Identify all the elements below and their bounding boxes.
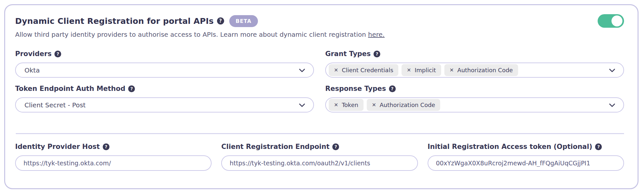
tag-label: Authorization Code [457,67,513,73]
client-registration-endpoint-field: Client Registration Endpoint ? [221,143,418,171]
providers-selected-value: Okta [24,66,298,74]
initial-registration-access-token-input[interactable] [428,155,624,171]
token-endpoint-auth-method-select[interactable]: Client Secret - Post [15,97,314,112]
help-icon[interactable]: ? [103,143,109,150]
grant-types-field: Grant Types ? ✕Client Credentials✕Implic… [325,50,624,78]
page-title: Dynamic Client Registration for portal A… [15,16,214,26]
beta-badge: BETA [229,15,258,27]
grant-types-label: Grant Types ? [325,50,624,58]
dynamic-client-registration-card: Dynamic Client Registration for portal A… [4,4,639,189]
remove-tag-icon[interactable]: ✕ [372,102,376,108]
providers-label: Providers ? [15,50,314,58]
tag-label: Token [342,102,358,108]
card-subtitle: Allow third party identity providers to … [15,31,624,38]
response-types-multiselect[interactable]: ✕Token✕Authorization Code [325,97,624,112]
form-grid-bottom: Identity Provider Host ? Client Registra… [15,143,624,171]
token-endpoint-auth-method-field: Token Endpoint Auth Method ? Client Secr… [15,85,314,112]
client-registration-endpoint-label-text: Client Registration Endpoint [221,143,329,151]
identity-provider-host-input[interactable] [15,155,212,171]
tag-label: Authorization Code [380,102,435,108]
initial-registration-access-token-label-text: Initial Registration Access token (Optio… [428,143,592,151]
chevron-down-icon[interactable] [298,101,306,109]
chevron-down-icon[interactable] [608,66,616,74]
identity-provider-host-field: Identity Provider Host ? [15,143,212,171]
help-icon[interactable]: ? [217,17,224,24]
tag-label: Implicit [415,67,436,73]
client-registration-endpoint-input[interactable] [221,155,418,171]
response-types-label: Response Types ? [325,85,624,93]
form-grid-top: Providers ? Okta Grant Types ? ✕Client C… [15,50,624,112]
providers-select[interactable]: Okta [15,63,314,78]
section-divider [16,133,624,134]
initial-registration-access-token-label: Initial Registration Access token (Optio… [428,143,624,151]
token-endpoint-auth-method-selected-value: Client Secret - Post [24,101,298,109]
learn-more-link[interactable]: here. [368,31,384,38]
remove-tag-icon[interactable]: ✕ [450,67,454,73]
identity-provider-host-label-text: Identity Provider Host [15,143,100,151]
selected-option-tag: ✕Implicit [402,64,441,76]
help-icon[interactable]: ? [128,85,135,92]
client-registration-endpoint-label: Client Registration Endpoint ? [221,143,418,151]
remove-tag-icon[interactable]: ✕ [407,67,411,73]
subtitle-text: Allow third party identity providers to … [15,31,368,38]
selected-option-tag: ✕Authorization Code [367,99,440,111]
response-types-field: Response Types ? ✕Token✕Authorization Co… [325,85,624,112]
remove-tag-icon[interactable]: ✕ [334,67,338,73]
help-icon[interactable]: ? [54,51,61,57]
token-endpoint-auth-method-label: Token Endpoint Auth Method ? [15,85,314,93]
help-icon[interactable]: ? [332,143,339,150]
grant-types-tags: ✕Client Credentials✕Implicit✕Authorizati… [329,64,518,76]
grant-types-label-text: Grant Types [325,50,371,58]
selected-option-tag: ✕Authorization Code [444,64,518,76]
initial-registration-access-token-field: Initial Registration Access token (Optio… [428,143,624,171]
selected-option-tag: ✕Token [329,99,364,111]
chevron-down-icon[interactable] [298,66,306,74]
grant-types-multiselect[interactable]: ✕Client Credentials✕Implicit✕Authorizati… [325,63,624,78]
remove-tag-icon[interactable]: ✕ [334,102,338,108]
card-header: Dynamic Client Registration for portal A… [15,14,624,28]
help-icon[interactable]: ? [374,51,380,57]
enable-toggle[interactable] [598,14,624,28]
chevron-down-icon[interactable] [608,101,616,109]
response-types-label-text: Response Types [325,85,386,93]
help-icon[interactable]: ? [595,143,602,150]
toggle-knob-icon [611,15,622,26]
providers-field: Providers ? Okta [15,50,314,78]
identity-provider-host-label: Identity Provider Host ? [15,143,212,151]
response-types-tags: ✕Token✕Authorization Code [329,99,440,111]
tag-label: Client Credentials [342,67,393,73]
help-icon[interactable]: ? [389,85,396,92]
providers-label-text: Providers [15,50,52,58]
token-endpoint-auth-method-label-text: Token Endpoint Auth Method [15,85,125,93]
selected-option-tag: ✕Client Credentials [329,64,398,76]
